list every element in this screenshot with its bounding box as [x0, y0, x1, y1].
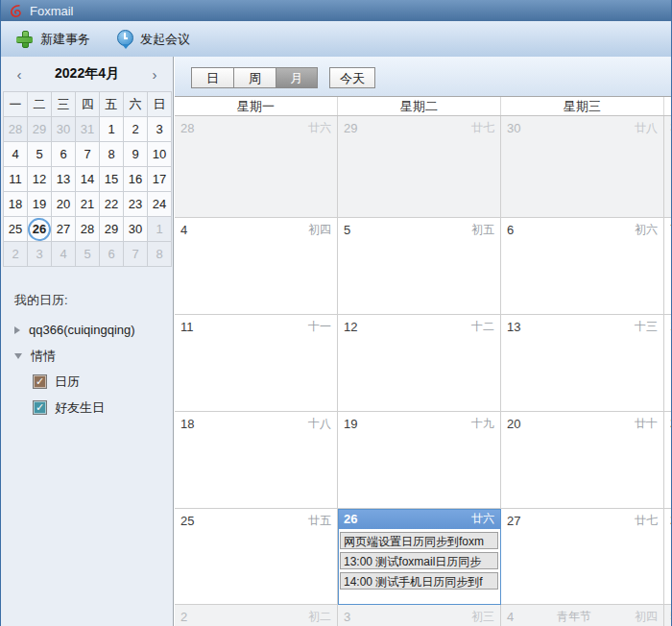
- lunar-date: 初五: [471, 222, 494, 238]
- mini-day[interactable]: 11: [4, 167, 28, 192]
- view-segment: 日 周 月: [191, 67, 318, 88]
- calendar-item-label: 好友生日: [55, 399, 105, 417]
- day-cell[interactable]: 29廿七: [338, 116, 501, 218]
- plus-icon: [16, 31, 34, 48]
- mini-day[interactable]: 28: [76, 217, 100, 242]
- mini-day[interactable]: 12: [28, 167, 52, 192]
- mini-day[interactable]: 30: [52, 117, 76, 142]
- mini-day[interactable]: 23: [124, 192, 148, 217]
- event-item[interactable]: 13:00 测试foxmail日历同步: [340, 552, 498, 569]
- weekday-header: 星期二: [338, 97, 501, 115]
- mini-day[interactable]: 22: [100, 192, 124, 217]
- mini-day[interactable]: 18: [4, 192, 28, 217]
- start-meeting-button[interactable]: 发起会议: [117, 30, 190, 49]
- day-cell[interactable]: 14: [664, 315, 672, 412]
- mini-day[interactable]: 2: [124, 117, 148, 142]
- day-cell[interactable]: 13十三: [501, 315, 664, 412]
- mini-day[interactable]: 5: [28, 142, 52, 167]
- calendar-item-row[interactable]: ✓日历: [1, 369, 173, 395]
- calendar-checkbox[interactable]: ✓: [33, 374, 47, 389]
- day-cell[interactable]: 28廿六: [175, 116, 338, 218]
- mini-day[interactable]: 15: [100, 167, 124, 192]
- today-button[interactable]: 今天: [329, 67, 375, 88]
- day-number: 29: [344, 121, 357, 135]
- prev-month-icon[interactable]: ‹: [12, 66, 26, 83]
- mini-day[interactable]: 27: [52, 217, 76, 242]
- day-cell-selected[interactable]: 26廿六网页端设置日历同步到foxm13:00 测试foxmail日历同步14:…: [338, 509, 501, 605]
- mini-day[interactable]: 10: [148, 142, 172, 167]
- mini-day[interactable]: 7: [76, 142, 100, 167]
- day-cell[interactable]: 11十一: [175, 315, 338, 412]
- mini-day-selected[interactable]: 26: [28, 217, 52, 242]
- mini-day[interactable]: 19: [28, 192, 52, 217]
- week-view-button[interactable]: 周: [233, 67, 276, 88]
- event-item[interactable]: 网页端设置日历同步到foxm: [340, 532, 498, 549]
- mini-day[interactable]: 20: [52, 192, 76, 217]
- mini-day[interactable]: 3: [28, 242, 52, 267]
- mini-day[interactable]: 8: [100, 142, 124, 167]
- collapse-arrow-icon[interactable]: [14, 353, 22, 359]
- mini-day[interactable]: 6: [100, 242, 124, 267]
- mini-day[interactable]: 21: [76, 192, 100, 217]
- expand-arrow-icon[interactable]: [14, 326, 20, 334]
- mini-day[interactable]: 6: [52, 142, 76, 167]
- event-item[interactable]: 14:00 测试手机日历同步到f: [340, 572, 498, 590]
- day-cell[interactable]: 12十二: [338, 315, 501, 412]
- calendar-account-row[interactable]: qq366(cuiqingqing): [1, 317, 173, 343]
- day-cell[interactable]: 2初二: [175, 605, 338, 626]
- mini-day[interactable]: 29: [28, 117, 52, 142]
- mini-day[interactable]: 31: [76, 117, 100, 142]
- mini-day[interactable]: 29: [100, 217, 124, 242]
- mini-day[interactable]: 2: [4, 242, 28, 267]
- mini-day[interactable]: 17: [148, 167, 172, 192]
- mini-day[interactable]: 16: [124, 167, 148, 192]
- mini-calendar-title: 2022年4月: [55, 65, 119, 83]
- mini-day[interactable]: 4: [4, 142, 28, 167]
- month-view-button[interactable]: 月: [276, 67, 318, 88]
- mini-day[interactable]: 8: [148, 242, 172, 267]
- mini-day[interactable]: 30: [124, 217, 148, 242]
- day-cell[interactable]: 25廿五: [175, 509, 338, 605]
- lunar-date: 初四: [308, 222, 331, 238]
- day-cell[interactable]: 31: [664, 116, 672, 218]
- lunar-date: 廿八: [635, 120, 658, 136]
- day-cell[interactable]: 4青年节初四: [501, 605, 664, 626]
- calendar-item-row[interactable]: ✓好友生日: [1, 395, 173, 421]
- day-cell[interactable]: 5初五: [338, 218, 501, 315]
- mini-day[interactable]: 24: [148, 192, 172, 217]
- day-view-button[interactable]: 日: [191, 67, 233, 88]
- day-cell[interactable]: 21: [664, 412, 672, 509]
- mini-day[interactable]: 14: [76, 167, 100, 192]
- mini-day[interactable]: 5: [76, 242, 100, 267]
- mini-day[interactable]: 28: [4, 117, 28, 142]
- day-cell[interactable]: 18十八: [175, 412, 338, 509]
- day-cell[interactable]: 7: [664, 218, 672, 315]
- new-event-button[interactable]: 新建事务: [16, 31, 90, 48]
- lunar-date: 廿十: [635, 416, 658, 432]
- next-month-icon[interactable]: ›: [148, 66, 161, 83]
- mini-day[interactable]: 7: [124, 242, 148, 267]
- mini-day[interactable]: 1: [148, 217, 172, 242]
- mini-day[interactable]: 1: [100, 117, 124, 142]
- weekday-header-row: 星期一星期二星期三星期四: [175, 97, 672, 116]
- calendar-account-row[interactable]: 情情: [1, 343, 173, 369]
- mini-day[interactable]: 25: [4, 217, 28, 242]
- day-cell[interactable]: 6初六: [501, 218, 664, 315]
- day-cell[interactable]: 20廿十: [501, 412, 664, 509]
- day-cell[interactable]: 19十九: [338, 412, 501, 509]
- mini-calendar-header: ‹ 2022年4月 ›: [1, 57, 173, 91]
- day-cell[interactable]: 28: [664, 509, 672, 605]
- calendar-checkbox[interactable]: ✓: [33, 400, 47, 415]
- mini-day[interactable]: 3: [148, 117, 172, 142]
- day-cell[interactable]: 5: [664, 605, 672, 626]
- day-number: 25: [180, 514, 194, 528]
- day-cell[interactable]: 4初四: [175, 218, 338, 315]
- mini-day[interactable]: 13: [52, 167, 76, 192]
- day-cell[interactable]: 27廿七: [501, 509, 664, 605]
- weekday-header: 星期四: [664, 97, 672, 115]
- day-cell[interactable]: 3初三: [338, 605, 501, 626]
- day-cell[interactable]: 30廿八: [501, 116, 664, 218]
- mini-day[interactable]: 9: [124, 142, 148, 167]
- mini-day[interactable]: 4: [52, 242, 76, 267]
- new-event-label: 新建事务: [40, 31, 90, 48]
